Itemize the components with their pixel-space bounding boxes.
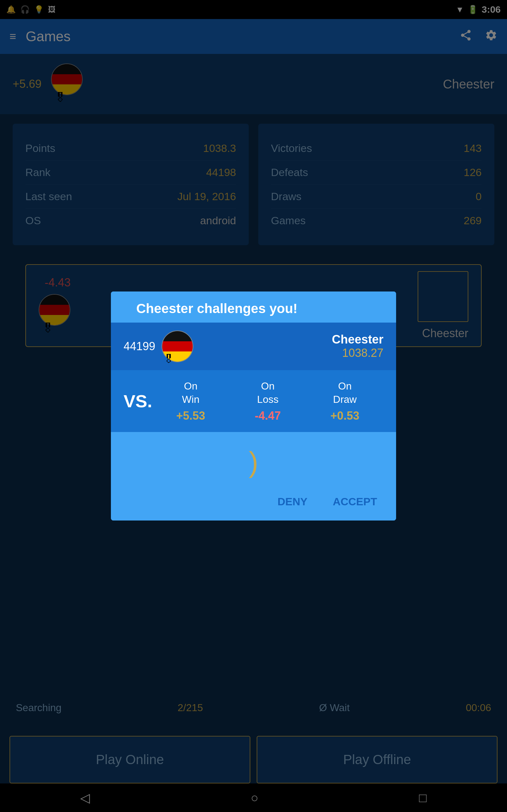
modal-on-win-label: OnWin [152,380,229,406]
modal-player-right: Cheester 1038.27 [332,333,383,360]
modal-actions: DENY ACCEPT [111,486,396,520]
modal-outcome-draw: OnDraw +0.53 [306,380,383,422]
loading-spinner: ) [249,448,258,476]
modal-on-win-value: +5.53 [152,409,229,422]
modal-player-points: 1038.27 [332,346,383,360]
modal-on-draw-value: +0.53 [306,409,383,422]
modal-overlay: Cheester challenges you! 44199 🎖 Cheeste… [0,0,507,812]
modal-player-row: 44199 🎖 Cheester 1038.27 [111,322,396,370]
modal-on-draw-label: OnDraw [306,380,383,406]
accept-button[interactable]: ACCEPT [326,492,383,511]
modal-on-loss-label: OnLoss [229,380,306,406]
modal-player-name: Cheester [332,333,383,346]
modal-vs-row: VS. OnWin +5.53 OnLoss -4.47 OnDraw +0.5… [111,370,396,432]
modal-on-loss-value: -4.47 [229,409,306,422]
modal-title: Cheester challenges you! [124,292,310,322]
modal-rank-badge: 🎖 [163,353,174,365]
modal-loading-area: ) [111,432,396,486]
modal-player-avatar: 🎖 [162,331,190,362]
modal-player-left: 44199 🎖 [124,331,190,362]
modal-outcome-win: OnWin +5.53 [152,380,229,422]
deny-button[interactable]: DENY [271,492,314,511]
modal-vs-text: VS. [124,391,152,411]
modal-player-rank: 44199 [124,340,155,353]
modal-title-area: Cheester challenges you! [111,292,396,322]
modal-outcome-loss: OnLoss -4.47 [229,380,306,422]
challenge-modal: Cheester challenges you! 44199 🎖 Cheeste… [111,292,396,520]
